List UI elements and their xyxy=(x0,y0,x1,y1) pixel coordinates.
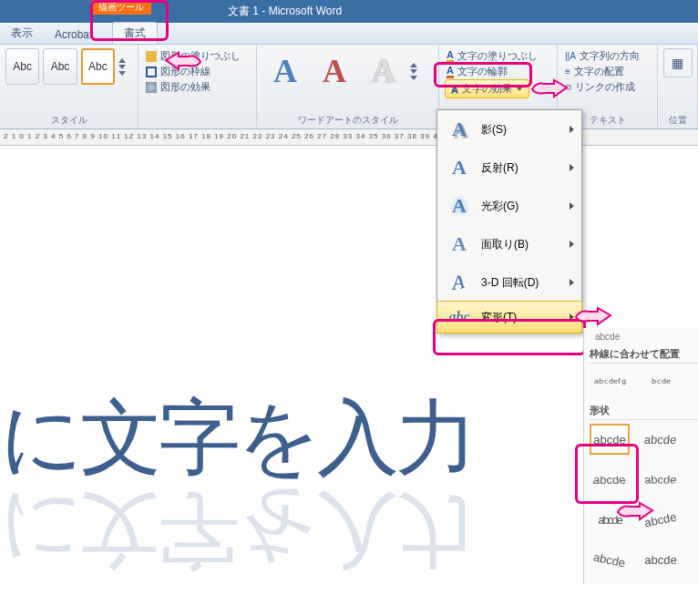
shape-tri-up[interactable]: abcde xyxy=(590,464,630,495)
create-link-button[interactable]: ⧉ リンクの作成 xyxy=(563,79,652,95)
group-wordart-styles: A A A ワードアートのスタイル xyxy=(257,45,439,128)
menu-reflection[interactable]: A 反射(R) xyxy=(437,149,581,187)
gallery-section-shape: 形状 xyxy=(590,404,698,420)
text-effects-label: 文字の効果 xyxy=(462,82,512,96)
position-label: 位置 xyxy=(669,112,687,127)
context-tab-label: 描画ツール xyxy=(91,0,151,15)
submenu-arrow-icon xyxy=(570,164,574,171)
text-effects-button[interactable]: A 文字の効果 xyxy=(445,79,529,98)
wordart-style-1[interactable]: A xyxy=(262,48,308,94)
text-effects-menu: A 影(S) A 反射(R) A 光彩(G) A 面取り(B) A 3-D 回転… xyxy=(436,109,582,334)
gallery-more-icon[interactable] xyxy=(118,71,126,76)
text-fill-label: 文字の塗りつぶし xyxy=(457,49,538,63)
shape-effects-button[interactable]: 図形の効果 xyxy=(144,79,251,95)
text-align-icon: ≡ xyxy=(565,67,570,77)
group-shape-styles: Abc Abc Abc スタイル xyxy=(0,45,139,128)
text-fill-button[interactable]: A 文字の塗りつぶし xyxy=(445,48,551,64)
menu-reflection-label: 反射(R) xyxy=(481,160,518,176)
shape-fill-icon xyxy=(146,51,157,62)
ruler: 2 1 0 1 2 3 4 5 6 7 8 9 10 11 12 13 14 1… xyxy=(0,129,698,146)
menu-glow-label: 光彩(G) xyxy=(481,199,518,214)
shape-outline-icon xyxy=(146,67,157,77)
text-direction-icon: ||A xyxy=(565,51,576,61)
shape-chevron[interactable]: abcde xyxy=(590,504,630,535)
glow-icon: A xyxy=(447,194,472,218)
submenu-arrow-icon xyxy=(570,126,574,133)
shape-plain[interactable]: abcde xyxy=(590,424,630,455)
rotation3d-icon: A xyxy=(443,266,468,300)
menu-transform-label: 変形(T) xyxy=(481,310,517,325)
tab-format[interactable]: 書式 xyxy=(112,22,158,44)
shadow-icon: A xyxy=(447,118,472,141)
group-wordart-label: ワードアートのスタイル xyxy=(262,112,433,127)
shape-tri-down[interactable]: abcde xyxy=(641,464,681,495)
gallery-sample-tiny: abcde xyxy=(595,332,698,342)
gallery-section-fit: 枠線に合わせて配置 xyxy=(590,347,698,364)
text-direction-button[interactable]: ||A 文字列の方向 xyxy=(563,48,652,64)
shape-fill-button[interactable]: 図形の塗りつぶし xyxy=(144,48,251,64)
text-align-label: 文字の配置 xyxy=(574,65,624,78)
ribbon: Abc Abc Abc スタイル 図形の塗りつぶし 図形の枠線 図形の効果 xyxy=(0,45,698,129)
menu-bevel-label: 面取り(B) xyxy=(481,237,529,252)
bevel-icon: A xyxy=(447,232,472,256)
wordart-style-3[interactable]: A xyxy=(361,48,406,94)
ribbon-tabs: 表示 Acrobat 書式 xyxy=(0,23,698,45)
menu-glow[interactable]: A 光彩(G) xyxy=(437,187,581,225)
shape-stop[interactable]: abcde xyxy=(641,424,681,455)
menu-shadow[interactable]: A 影(S) xyxy=(437,110,581,149)
group-styles-label: スタイル xyxy=(5,112,132,127)
text-align-button[interactable]: ≡ 文字の配置 xyxy=(563,64,652,79)
shape-outline-label: 図形の枠線 xyxy=(160,65,210,78)
transform-icon: abc xyxy=(447,309,472,325)
group-position: ▦ 位置 xyxy=(658,45,698,128)
tab-view[interactable]: 表示 xyxy=(0,23,44,44)
menu-bevel[interactable]: A 面取り(B) xyxy=(437,225,581,263)
menu-rotation3d[interactable]: A 3-D 回転(D) xyxy=(437,263,581,302)
text-outline-icon: A xyxy=(447,65,454,78)
fit-shape-2[interactable]: ᵇᶜᵈᵉ xyxy=(641,367,681,398)
menu-transform[interactable]: abc 変形(T) xyxy=(436,301,582,334)
create-link-label: リンクの作成 xyxy=(575,80,635,94)
text-fill-icon: A xyxy=(447,49,454,63)
link-icon: ⧉ xyxy=(565,82,571,93)
shape-style-3[interactable]: Abc xyxy=(81,48,115,85)
gallery-down-icon[interactable] xyxy=(118,65,126,69)
wordart-style-2[interactable]: A xyxy=(312,48,357,94)
text-effects-arrow-icon xyxy=(516,87,523,91)
shape-arc[interactable]: abcde xyxy=(641,544,681,575)
shape-effects-label: 図形の効果 xyxy=(160,80,210,94)
shape-effects-icon xyxy=(146,82,157,93)
submenu-arrow-icon xyxy=(570,313,574,321)
wa-down-icon[interactable] xyxy=(410,69,417,74)
submenu-arrow-icon xyxy=(570,279,574,286)
wa-more-icon[interactable] xyxy=(410,76,417,80)
shape-fill-label: 図形の塗りつぶし xyxy=(160,49,241,63)
menu-rotation3d-label: 3-D 回転(D) xyxy=(481,275,539,291)
submenu-arrow-icon xyxy=(570,241,574,248)
text-outline-button[interactable]: A 文字の輪郭 xyxy=(445,64,551,79)
position-button[interactable]: ▦ xyxy=(663,48,693,77)
wordart-reflection: に文字を入力 xyxy=(0,474,474,585)
reflection-icon: A xyxy=(447,156,472,180)
shape-style-1[interactable]: Abc xyxy=(5,48,39,85)
wa-up-icon[interactable] xyxy=(410,63,417,67)
text-effects-icon: A xyxy=(451,84,458,95)
menu-shadow-label: 影(S) xyxy=(481,122,507,138)
gallery-up-icon[interactable] xyxy=(118,58,126,63)
position-icon: ▦ xyxy=(672,56,683,70)
shape-style-2[interactable]: Abc xyxy=(43,48,77,85)
document-title: 文書 1 - Microsoft Word xyxy=(228,4,342,19)
text-outline-label: 文字の輪郭 xyxy=(457,65,508,78)
shape-ring[interactable]: abcde xyxy=(641,504,681,535)
context-tab: 描画ツール xyxy=(91,0,151,15)
transform-gallery: abcde 枠線に合わせて配置 ᵃᵇᶜᵈᵉᶠᵍ ᵇᶜᵈᵉ 形状 abcde ab… xyxy=(583,328,698,584)
shape-ring2[interactable]: abcde xyxy=(590,544,630,575)
group-shape-fmt: 図形の塗りつぶし 図形の枠線 図形の効果 xyxy=(139,45,257,128)
shape-outline-button[interactable]: 図形の枠線 xyxy=(144,64,251,79)
fit-shape-1[interactable]: ᵃᵇᶜᵈᵉᶠᵍ xyxy=(590,367,630,398)
tab-acrobat[interactable]: Acrobat xyxy=(44,26,103,44)
text-direction-label: 文字列の方向 xyxy=(580,49,640,63)
submenu-arrow-icon xyxy=(570,202,574,210)
